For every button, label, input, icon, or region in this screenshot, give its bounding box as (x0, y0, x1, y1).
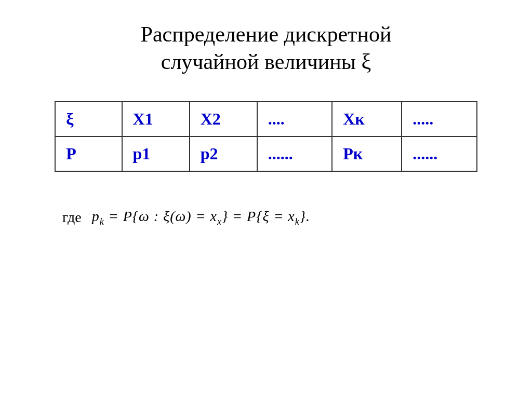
table-cell-x2: X2 (190, 102, 257, 136)
formula-expression: pk = P{ω : ξ(ω) = xx} = P{ξ = xk}. (92, 208, 310, 227)
page-title: Распределение дискретной случайной велич… (141, 21, 392, 75)
table-cell-p: P (55, 136, 122, 171)
table-cell-dots1: .... (257, 102, 332, 136)
distribution-table-container: ξ X1 X2 .... Xк ..... P p1 p2 ...... Pк … (31, 101, 501, 172)
formula-label: где (62, 209, 82, 226)
formula-section: где pk = P{ω : ξ(ω) = xx} = P{ξ = xk}. (31, 208, 501, 227)
distribution-table: ξ X1 X2 .... Xк ..... P p1 p2 ...... Pк … (55, 101, 477, 172)
table-cell-pdots1: ...... (257, 136, 332, 171)
table-cell-pk: Pк (332, 136, 402, 171)
table-cell-dots2: ..... (402, 102, 476, 136)
table-cell-pdots2: ...... (402, 136, 476, 171)
table-cell-xi: ξ (55, 102, 122, 136)
title-line1: Распределение дискретной (141, 21, 392, 48)
table-row: P p1 p2 ...... Pк ...... (55, 136, 477, 171)
table-cell-p1: p1 (122, 136, 190, 171)
table-cell-xk: Xк (332, 102, 402, 136)
table-cell-p2: p2 (190, 136, 257, 171)
title-line2: случайной величины ξ (141, 48, 392, 76)
table-row: ξ X1 X2 .... Xк ..... (55, 102, 477, 136)
table-cell-x1: X1 (122, 102, 190, 136)
